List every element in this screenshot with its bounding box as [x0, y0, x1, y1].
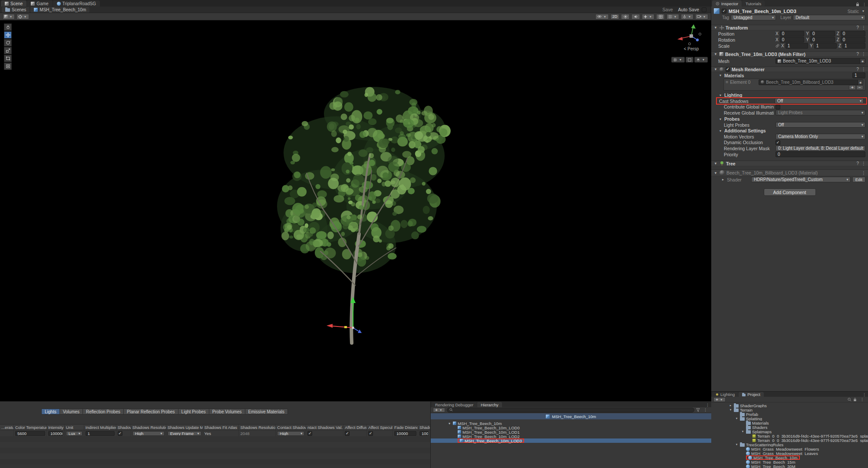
kebab-icon[interactable]: ⋮	[861, 2, 868, 7]
hierarchy-row-lod1[interactable]: MSH_Tree_Beech_10m_LOD1	[431, 430, 711, 434]
layer-dropdown[interactable]: Default▾	[793, 15, 865, 20]
chevron-down-icon[interactable]: ▾	[718, 117, 723, 121]
camera-dropdown[interactable]: ▾	[695, 14, 708, 20]
intensity-field[interactable]: 100000	[48, 431, 63, 436]
fade-distance-field[interactable]: 10000	[394, 431, 416, 436]
shader-dropdown[interactable]: HDRP/Nature/SpeedTree8_Custom▾	[751, 177, 851, 182]
scene-visibility-toggle[interactable]	[656, 14, 665, 20]
persp-label[interactable]: < Persp	[674, 46, 709, 51]
col-header[interactable]: Fade Distance	[393, 425, 418, 430]
chevron-down-icon[interactable]: ▾	[735, 443, 739, 446]
col-header[interactable]: Contact Shadows L...	[276, 425, 306, 430]
help-icon[interactable]: ?	[856, 67, 859, 72]
chevron-down-icon[interactable]: ▾	[735, 417, 739, 420]
kebab-icon[interactable]: ⋮	[861, 161, 866, 166]
cast-shadows-dropdown[interactable]: Off▾	[775, 98, 864, 104]
project-item-splatmap0[interactable]: Terrain_0_0_3b3016d9-f4dc-43ee-977f-9205…	[711, 434, 868, 438]
create-object-button[interactable]: + ▾	[433, 408, 445, 412]
tab-lighting[interactable]: Lighting	[712, 392, 738, 397]
add-component-button[interactable]: Add Component	[764, 188, 816, 196]
tab-tutorials[interactable]: Tutorials	[742, 0, 765, 7]
shadows-update-dropdown[interactable]: Every Frame▾	[168, 431, 201, 436]
color-temperature-field[interactable]: 5600	[15, 431, 45, 436]
active-checkbox[interactable]: ✓	[722, 9, 726, 13]
project-item-terrain[interactable]: ▾Terrain	[711, 408, 868, 412]
kebab-icon[interactable]: ⋮	[858, 397, 866, 402]
object-name[interactable]: MSH_Tree_Beech_10m_LOD3	[729, 9, 845, 14]
scene-effects-dropdown[interactable]: ▾	[642, 14, 654, 20]
help-icon[interactable]: ?	[856, 161, 859, 166]
breadcrumb-prefab[interactable]: MSH_Tree_Beech_10m	[30, 7, 89, 13]
light-probes-dropdown[interactable]: Off▾	[776, 122, 865, 128]
lx-tab-lights[interactable]: Lights	[41, 409, 60, 415]
chevron-down-icon[interactable]: ▾	[713, 52, 718, 56]
hierarchy-root-row[interactable]: ▾ MSH_Tree_Beech_10m	[431, 421, 711, 425]
lighting-foldout[interactable]: ▾ Lighting	[711, 92, 868, 98]
col-header[interactable]: Affect Diffuse	[343, 425, 367, 430]
hand-tool-button[interactable]	[4, 23, 12, 31]
remove-material-button[interactable]: −	[856, 85, 863, 90]
col-header[interactable]: Shadows Resolution ...	[239, 425, 276, 430]
chevron-down-icon[interactable]: ▾	[718, 93, 723, 97]
material-element-row[interactable]: = Element 0 Beech_Tree_10m_Billboard_LOD…	[724, 79, 865, 85]
chevron-down-icon[interactable]: ▾	[713, 171, 718, 175]
project-item-shaders[interactable]: Shaders	[711, 425, 868, 429]
tab-scene[interactable]: Scene	[1, 0, 26, 7]
probes-foldout[interactable]: ▾ Probes	[711, 116, 868, 122]
col-header[interactable]: Shadows Fit Atlas	[203, 425, 239, 430]
kebab-icon[interactable]: ⋮	[861, 25, 866, 30]
view-mode-dropdown[interactable]: ▾	[694, 57, 708, 63]
object-picker-icon[interactable]: ◉	[858, 80, 863, 85]
transform-tool-button[interactable]	[4, 63, 12, 70]
lx-tab-reflection-probes[interactable]: Reflection Probes	[83, 409, 124, 415]
col-header[interactable]: Color Temperature	[14, 425, 47, 430]
tree-component-header[interactable]: ▾ Tree ?⋮	[711, 161, 868, 166]
shadows-resolution-dropdown[interactable]: High▾	[132, 431, 165, 436]
lx-tab-planar-reflection-probes[interactable]: Planar Reflection Probes	[124, 409, 178, 415]
kebab-icon[interactable]: ⋮	[702, 408, 709, 412]
col-header[interactable]: Indirect Multiplier	[84, 425, 116, 430]
affect-diffuse-checkbox[interactable]: ✓	[345, 431, 350, 436]
lock-icon[interactable]	[853, 398, 857, 402]
tab-inspector[interactable]: Inspector	[712, 0, 742, 7]
mesh-renderer-enabled-checkbox[interactable]: ✓	[726, 67, 730, 72]
kebab-icon[interactable]: ⋮	[861, 67, 866, 72]
hierarchy-row-lod2[interactable]: MSH_Tree_Beech_10m_LOD2	[431, 434, 711, 438]
light-table-row[interactable]: 5600 100000 Lux▾ 1 ✓ High▾ Every Frame▾ …	[0, 430, 430, 436]
col-header[interactable]: Affect Specular	[367, 425, 393, 430]
affect-specular-checkbox[interactable]: ✓	[368, 431, 373, 436]
scale-tool-button[interactable]	[4, 47, 12, 54]
kebab-icon[interactable]: ⋮	[861, 171, 866, 175]
auto-save-checkbox[interactable]	[702, 7, 706, 12]
axis-gizmo[interactable]	[674, 23, 709, 47]
chevron-down-icon[interactable]: ▾	[718, 129, 723, 133]
chevron-right-icon[interactable]: ▸	[729, 404, 733, 407]
scale-x-field[interactable]: 1	[785, 43, 808, 49]
chevron-down-icon[interactable]: ▾	[447, 422, 452, 425]
breadcrumb-scenes[interactable]: Scenes	[2, 7, 30, 13]
shadow-fade-field[interactable]: 10000	[419, 431, 429, 436]
rotate-tool-button[interactable]	[4, 39, 12, 46]
material-header[interactable]: ▾ Beech_Tree_10m_Billboard_LOD3 (Materia…	[711, 169, 868, 176]
project-item-tree-beech-10m[interactable]: MSH_Tree_Beech_10m	[711, 455, 868, 460]
gizmos-dropdown[interactable]: ▾	[681, 14, 693, 20]
mesh-object-field[interactable]: Beech_Tree_10m_LOD3 ◉	[776, 58, 865, 64]
position-y-field[interactable]: 0	[810, 31, 835, 36]
rotation-y-field[interactable]: 0	[810, 37, 835, 43]
grid-visibility-dropdown[interactable]: ▾	[667, 14, 679, 20]
lx-tab-emissive-materials[interactable]: Emissive Materials	[245, 409, 288, 415]
chevron-down-icon[interactable]: ▾	[713, 67, 718, 71]
position-z-field[interactable]: 0	[841, 31, 865, 36]
contact-shadows-dropdown[interactable]: High▾	[277, 431, 304, 436]
kebab-icon[interactable]: ⋮	[861, 52, 866, 56]
grid-plane-dropdown[interactable]: ▾	[671, 57, 685, 63]
receive-gi-dropdown[interactable]: Light Probes▾	[776, 110, 865, 115]
lock-icon[interactable]	[856, 2, 859, 7]
scene-audio-toggle[interactable]	[631, 14, 640, 20]
scene-lighting-toggle[interactable]	[621, 14, 630, 20]
project-item-splatting[interactable]: ▾Splatting	[711, 416, 868, 421]
save-button[interactable]: Save	[663, 7, 673, 12]
chevron-down-icon[interactable]: ▾	[713, 161, 718, 165]
indirect-multiplier-field[interactable]: 1	[86, 431, 115, 436]
priority-field[interactable]: 0	[776, 152, 865, 157]
